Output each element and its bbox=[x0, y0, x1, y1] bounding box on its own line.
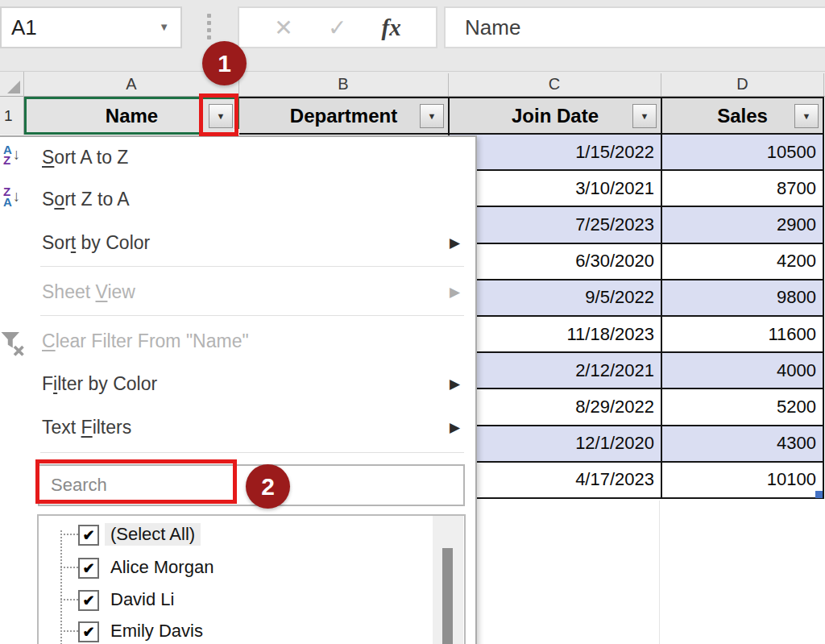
label-part: Text bbox=[42, 417, 81, 438]
cell-sales[interactable]: 10500 bbox=[661, 135, 824, 169]
filter-dropdown-button-sales[interactable]: ▼ bbox=[794, 104, 819, 128]
enter-icon[interactable]: ✓ bbox=[328, 15, 346, 41]
table-row[interactable]: 3/10/20218700 bbox=[448, 171, 824, 207]
cell-join-date[interactable]: 2/12/2021 bbox=[448, 353, 661, 388]
menu-item-sort-by-color[interactable]: Sort by Color bbox=[42, 232, 150, 254]
cell-b1-department-header[interactable]: Department ▼ bbox=[238, 97, 450, 135]
label-part: S bbox=[42, 189, 54, 210]
header-label: Name bbox=[106, 105, 158, 127]
menu-item-clear-filter: Clear Filter From "Name" bbox=[42, 330, 249, 352]
check-icon: ✔ bbox=[82, 528, 94, 542]
list-item-select-all[interactable]: (Select All) bbox=[105, 523, 201, 546]
list-item-emily-davis[interactable]: Emily Davis bbox=[105, 620, 209, 642]
menu-separator bbox=[40, 315, 464, 316]
scrollbar-thumb[interactable] bbox=[442, 548, 453, 644]
label-part: Sheet bbox=[42, 281, 96, 302]
table-row[interactable]: 4/17/202310100 bbox=[448, 463, 824, 499]
select-all-triangle-icon bbox=[7, 81, 20, 93]
sort-z-to-a-icon: ZA ↓ bbox=[3, 186, 35, 207]
cell-sales[interactable]: 11600 bbox=[661, 317, 824, 351]
label-accel: o bbox=[54, 189, 64, 210]
check-icon: ✔ bbox=[82, 561, 94, 575]
table-row[interactable]: 2/12/20214000 bbox=[448, 353, 824, 389]
cell-sales[interactable]: 8700 bbox=[661, 171, 824, 206]
submenu-arrow-icon: ▶ bbox=[450, 419, 460, 436]
formula-bar[interactable]: Name bbox=[444, 6, 825, 48]
dropdown-arrow-icon: ▼ bbox=[641, 111, 649, 121]
dropdown-arrow-icon: ▼ bbox=[802, 111, 811, 121]
column-header-d[interactable]: D bbox=[661, 72, 824, 97]
cell-sales[interactable]: 4200 bbox=[661, 244, 824, 279]
label-part: ilters bbox=[93, 417, 132, 438]
cell-join-date[interactable]: 9/5/2022 bbox=[448, 280, 661, 315]
name-box-dropdown-icon[interactable]: ▼ bbox=[159, 21, 169, 33]
tree-line bbox=[60, 534, 78, 535]
formula-bar-area: A1 ▼ ✕ ✓ fx Name bbox=[0, 0, 825, 71]
cell-join-date[interactable]: 11/18/2023 bbox=[448, 317, 661, 351]
filter-dropdown-button-department[interactable]: ▼ bbox=[420, 104, 444, 128]
dropdown-arrow-icon: ▼ bbox=[428, 111, 437, 121]
label-part: ort A to Z bbox=[54, 147, 128, 168]
name-box-value: A1 bbox=[11, 15, 37, 40]
cell-join-date[interactable]: 12/1/2020 bbox=[448, 426, 661, 461]
check-icon: ✔ bbox=[82, 593, 94, 608]
annotation-badge-2: 2 bbox=[246, 464, 290, 509]
column-header-b[interactable]: B bbox=[238, 72, 448, 97]
list-item-david-li[interactable]: David Li bbox=[105, 588, 180, 611]
table-row[interactable]: 8/29/20225200 bbox=[448, 389, 824, 426]
table-row[interactable]: 12/1/20204300 bbox=[448, 426, 824, 463]
table-row[interactable]: 6/30/20204200 bbox=[448, 244, 824, 280]
cell-sales[interactable]: 4300 bbox=[661, 426, 824, 461]
label-part: by Color bbox=[76, 232, 150, 253]
checkbox-emily-davis[interactable]: ✔ bbox=[78, 621, 99, 642]
cell-join-date[interactable]: 4/17/2023 bbox=[448, 463, 661, 497]
filter-dropdown-button-joindate[interactable]: ▼ bbox=[632, 104, 657, 128]
cell-sales[interactable]: 10100 bbox=[661, 463, 824, 497]
menu-item-text-filters[interactable]: Text Filters bbox=[42, 417, 131, 438]
checkbox-alice-morgan[interactable]: ✔ bbox=[78, 558, 99, 579]
label-accel: V bbox=[96, 281, 108, 302]
filter-values-list: ✔ (Select All) ✔ Alice Morgan ✔ David Li… bbox=[37, 514, 466, 644]
table-row[interactable]: 9/5/20229800 bbox=[448, 280, 824, 317]
name-box[interactable]: A1 ▼ bbox=[0, 6, 182, 48]
icon-arrow: ↓ bbox=[13, 146, 21, 164]
label-part: iew bbox=[107, 281, 135, 302]
submenu-arrow-icon: ▶ bbox=[450, 235, 460, 251]
tree-line bbox=[60, 567, 78, 568]
table-row[interactable]: 1/15/202210500 bbox=[448, 135, 824, 171]
cell-join-date[interactable]: 7/25/2023 bbox=[448, 207, 661, 242]
cell-c1-joindate-header[interactable]: Join Date ▼ bbox=[448, 97, 662, 135]
header-label: Join Date bbox=[512, 105, 599, 127]
cell-join-date[interactable]: 6/30/2020 bbox=[448, 244, 661, 279]
insert-function-icon[interactable]: fx bbox=[382, 15, 401, 41]
table-data-grid: 1/15/202210500 3/10/20218700 7/25/202329… bbox=[448, 135, 824, 499]
cell-join-date[interactable]: 1/15/2022 bbox=[448, 135, 661, 169]
menu-item-sort-a-to-z[interactable]: Sort A to Z bbox=[42, 147, 128, 168]
label-part: lear Filter From "Name" bbox=[56, 330, 249, 351]
list-item-alice-morgan[interactable]: Alice Morgan bbox=[105, 556, 219, 579]
table-resize-handle[interactable] bbox=[815, 491, 823, 498]
table-row[interactable]: 7/25/20232900 bbox=[448, 207, 824, 243]
cancel-icon[interactable]: ✕ bbox=[274, 15, 292, 41]
tree-line bbox=[60, 530, 62, 644]
cell-sales[interactable]: 2900 bbox=[661, 207, 824, 242]
cell-join-date[interactable]: 3/10/2021 bbox=[448, 171, 661, 206]
cell-join-date[interactable]: 8/29/2022 bbox=[448, 389, 661, 424]
menu-separator bbox=[40, 452, 464, 453]
formula-bar-resize-handle[interactable] bbox=[207, 14, 211, 39]
menu-item-sort-z-to-a[interactable]: Sort Z to A bbox=[42, 189, 130, 210]
submenu-arrow-icon: ▶ bbox=[450, 376, 460, 393]
cell-sales[interactable]: 9800 bbox=[661, 280, 824, 315]
checkbox-select-all[interactable]: ✔ bbox=[78, 525, 99, 546]
column-header-c[interactable]: C bbox=[448, 72, 661, 97]
row-header-1[interactable]: 1 bbox=[0, 97, 24, 135]
select-all-corner[interactable] bbox=[0, 72, 24, 97]
checkbox-david-li[interactable]: ✔ bbox=[78, 590, 99, 611]
cell-d1-sales-header[interactable]: Sales ▼ bbox=[661, 97, 824, 135]
menu-item-filter-by-color[interactable]: Filter by Color bbox=[42, 373, 157, 395]
sort-a-to-z-icon: AZ ↓ bbox=[3, 144, 35, 165]
list-scrollbar[interactable] bbox=[433, 516, 463, 644]
cell-sales[interactable]: 4000 bbox=[661, 353, 824, 388]
cell-sales[interactable]: 5200 bbox=[661, 389, 824, 424]
table-row[interactable]: 11/18/202311600 bbox=[448, 317, 824, 353]
